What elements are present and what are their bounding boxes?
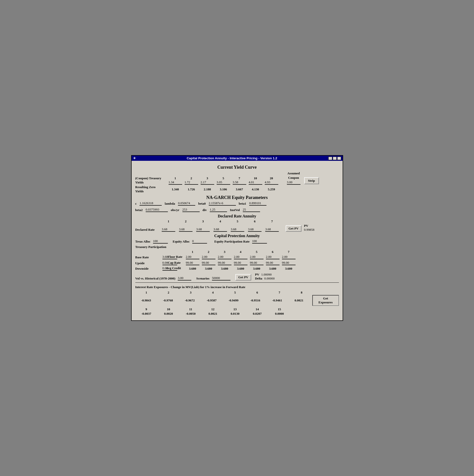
exp-val-15: 0.0000 [268, 312, 291, 316]
close-button[interactable]: × [337, 157, 341, 160]
zero-val-2: 1.726 [183, 187, 200, 191]
zero-val-5: 3.106 [216, 187, 232, 191]
c-input[interactable] [140, 201, 162, 206]
downside-label: Downside [135, 267, 149, 270]
maximize-button[interactable]: □ [333, 157, 337, 160]
dr-input-2[interactable] [179, 227, 193, 232]
title-bar: ✶ Capital Protection Annuity - Interacti… [132, 156, 343, 161]
dr-input-1[interactable] [162, 227, 175, 232]
scenarios-input[interactable] [212, 276, 231, 280]
yield-col-7: 7 [238, 176, 240, 180]
dr-col-1: 1 [160, 220, 177, 223]
cap-input-2[interactable] [202, 261, 216, 265]
exp-val-7: -0.9461 [266, 298, 288, 302]
yield-input-10[interactable] [249, 180, 262, 185]
cpa-get-pv-button[interactable]: Get PV [236, 274, 251, 280]
div-input[interactable] [210, 208, 227, 212]
exp-val-10: 0.0020 [158, 312, 180, 316]
cap-input-4[interactable] [234, 261, 247, 265]
zero-val-3: 2.188 [200, 187, 216, 191]
dr-input-7[interactable] [265, 227, 279, 232]
yield-input-5[interactable] [217, 180, 230, 185]
yield-col-20: 20 [270, 176, 273, 180]
upside-label: Upside [135, 261, 145, 265]
dr-col-7: 7 [263, 220, 281, 223]
equity-alloc-input[interactable] [192, 239, 207, 243]
exp-col-11: 11 [180, 307, 202, 311]
get-exposures-button[interactable]: Get Exposures [312, 295, 339, 306]
yield-input-1[interactable] [169, 180, 182, 185]
cpa-col-3: 3 [217, 250, 233, 254]
avg-credit-5: 3.680 [249, 267, 265, 271]
yield-input-7[interactable] [233, 180, 246, 185]
exposure-title: Interest Rate Exposures - Change in MV(L… [135, 285, 339, 289]
beta2-input[interactable] [146, 208, 168, 212]
lambda-label: lambda [165, 202, 175, 206]
dr-input-4[interactable] [214, 227, 227, 232]
cap-input-5[interactable] [250, 261, 263, 265]
exp-col-10: 10 [158, 307, 180, 311]
assumed-label: Assumed [287, 171, 300, 175]
cap-input-6[interactable] [266, 261, 279, 265]
floor-input-2[interactable] [202, 255, 216, 259]
dr-pv-label: PV [304, 224, 308, 228]
dr-col-6: 6 [246, 220, 263, 223]
declared-rate-title: Declared Rate Annuity [135, 214, 339, 219]
floor-input-4[interactable] [234, 255, 247, 259]
obsyr-input[interactable] [182, 208, 200, 212]
cap-input-1[interactable] [186, 261, 200, 265]
cpa-pv-value: 1.00090 [261, 272, 272, 276]
strip-button[interactable]: Strip [304, 177, 319, 184]
equity-part-label: Equity Participation Rate [215, 239, 250, 243]
avg-credit-7: 3.680 [281, 267, 297, 271]
treas-alloc-label: Treas Alloc [135, 239, 151, 243]
exp-val-5: -0.9499 [223, 298, 244, 302]
beta1-input[interactable] [249, 201, 266, 206]
cpa-col-1: 1 [185, 250, 201, 254]
floor-input-6[interactable] [266, 255, 279, 259]
yield-col-3: 3 [207, 176, 208, 180]
equity-part-input[interactable] [252, 239, 267, 243]
exp-col-7: 7 [268, 290, 291, 294]
lambda-input[interactable] [178, 201, 195, 206]
assumed-coupon-input[interactable] [287, 180, 300, 185]
cap-input-3[interactable] [218, 261, 232, 265]
dr-pv-value: 0.99858 [304, 228, 314, 232]
yield-input-2[interactable] [185, 180, 198, 185]
floor-input-1[interactable] [186, 255, 200, 259]
zero-val-20: 5.259 [263, 187, 279, 191]
cpa-col-2: 2 [201, 250, 217, 254]
instvol-input[interactable] [243, 208, 260, 212]
exp-col-15: 15 [268, 307, 291, 311]
yield-input-20[interactable] [265, 180, 278, 185]
floor-input-5[interactable] [250, 255, 263, 259]
dr-input-5[interactable] [231, 227, 244, 232]
treas-alloc-input[interactable] [153, 239, 168, 243]
floor-input-3[interactable] [218, 255, 232, 259]
exp-val-14: 0.0207 [246, 312, 268, 316]
beta2-label: beta2 [135, 208, 143, 212]
cpa-col-6: 6 [265, 250, 281, 254]
exp-col-8: 8 [291, 290, 313, 294]
dr-get-pv-button[interactable]: Get PV [286, 225, 302, 232]
vol-input[interactable] [178, 276, 191, 280]
dr-col-5: 5 [229, 220, 246, 223]
floor-input-7[interactable] [282, 255, 295, 259]
beta0-label: beta0 [198, 202, 206, 206]
yield-input-3[interactable] [201, 180, 214, 185]
dr-input-6[interactable] [248, 227, 261, 232]
exp-val-6: -0.9516 [244, 298, 266, 302]
beta0-input[interactable] [209, 201, 236, 206]
zero-val-10: 4.130 [247, 187, 263, 191]
exp-val-3: -0.9672 [179, 298, 201, 302]
yield-col-10: 10 [254, 176, 257, 180]
exp-col-1: 1 [135, 290, 158, 294]
zero-val-1: 1.340 [167, 187, 183, 191]
c-label: c [135, 202, 137, 206]
dr-input-3[interactable] [196, 227, 210, 232]
main-window: ✶ Capital Protection Annuity - Interacti… [131, 155, 343, 321]
cap-input-7[interactable] [282, 261, 295, 265]
avg-credit-3: 3.680 [217, 267, 233, 271]
minimize-button[interactable]: _ [328, 157, 332, 160]
zero-label-1: Resulting Zero [135, 185, 156, 189]
